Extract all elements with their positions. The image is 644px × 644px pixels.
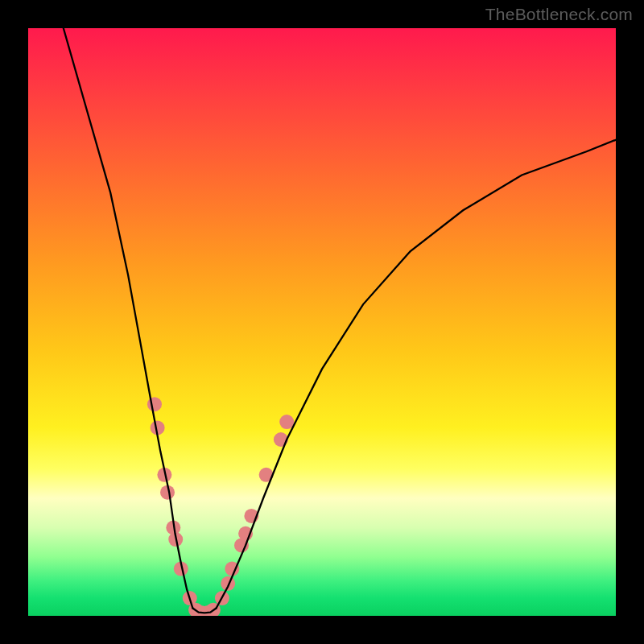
curve-marker bbox=[147, 397, 162, 411]
markers-group bbox=[147, 397, 294, 616]
outer-frame: TheBottleneck.com bbox=[0, 0, 644, 644]
curve-left bbox=[64, 28, 193, 609]
curve-marker bbox=[279, 415, 294, 429]
curve-right bbox=[217, 140, 616, 609]
chart-svg bbox=[28, 28, 616, 616]
chart-plot-area bbox=[28, 28, 616, 616]
watermark-label: TheBottleneck.com bbox=[485, 5, 633, 24]
curve-marker bbox=[221, 576, 235, 591]
